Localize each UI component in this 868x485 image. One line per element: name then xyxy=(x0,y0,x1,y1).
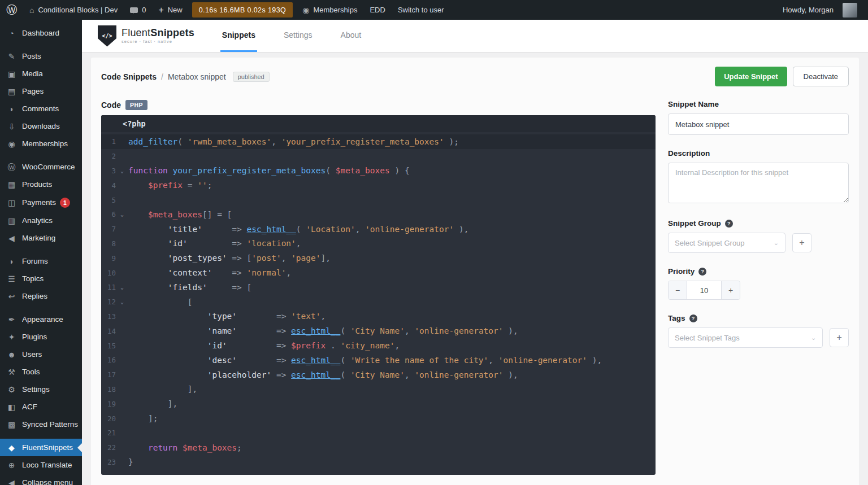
code-line[interactable]: 7 'title' => esc_html__( 'Location', 'on… xyxy=(101,222,656,237)
line-number: 17 xyxy=(101,370,116,379)
sidebar-item-marketing[interactable]: ◀Marketing xyxy=(0,229,82,247)
tab-snippets[interactable]: Snippets xyxy=(220,20,257,52)
sidebar-item-appearance[interactable]: ✒Appearance xyxy=(0,311,82,328)
line-number: 18 xyxy=(101,385,116,394)
performance-badge[interactable]: 0.16s 16.6MB 0.02s 193Q xyxy=(192,2,293,18)
code-line[interactable]: 12⌄ [ xyxy=(101,295,656,309)
sidebar-item-loco-translate[interactable]: ⊕Loco Translate xyxy=(0,456,82,474)
add-snippet-group-button[interactable]: + xyxy=(792,233,811,252)
code-line[interactable]: 19 ], xyxy=(101,396,656,411)
tags-select[interactable]: Select Snippet Tags ⌄ xyxy=(668,327,823,348)
code-line[interactable]: 2 xyxy=(101,149,656,164)
tab-settings[interactable]: Settings xyxy=(282,20,314,52)
deactivate-button[interactable]: Deactivate xyxy=(793,67,849,86)
tags-label: Tags ? xyxy=(668,314,849,322)
menu-separator xyxy=(0,152,82,158)
priority-decrease-button[interactable]: − xyxy=(669,281,687,299)
sidebar-item-settings[interactable]: ⚙Settings xyxy=(0,381,82,398)
code-line[interactable]: 11⌄ 'fields' => [ xyxy=(101,280,656,295)
sidebar-item-media[interactable]: ▣Media xyxy=(0,65,82,82)
code-line[interactable]: 18 ], xyxy=(101,382,656,397)
tags-info-icon[interactable]: ? xyxy=(689,314,697,322)
switch-to-user-link[interactable]: Switch to user xyxy=(392,0,450,20)
edd-link[interactable]: EDD xyxy=(363,0,391,20)
topics-icon: ☰ xyxy=(6,275,17,283)
update-snippet-button[interactable]: Update Snippet xyxy=(715,67,787,86)
code-line[interactable]: 22 return $meta_boxes; xyxy=(101,440,656,455)
code-section-label: Code xyxy=(101,101,121,110)
code-line[interactable]: 17 'placeholder' => esc_html__( 'City Na… xyxy=(101,368,656,382)
tab-about[interactable]: About xyxy=(339,20,363,52)
comments-bubble-icon xyxy=(130,7,138,13)
code-line[interactable]: 3⌄function your_prefix_register_meta_box… xyxy=(101,164,656,178)
fold-arrow-icon[interactable]: ⌄ xyxy=(116,299,128,305)
sidebar-item-comments[interactable]: ◗Comments xyxy=(0,100,82,117)
snippet-group-info-icon[interactable]: ? xyxy=(725,220,733,228)
users-icon: ☻ xyxy=(6,351,17,359)
sidebar-item-fluentsnippets[interactable]: ◆FluentSnippets xyxy=(0,439,82,456)
breadcrumb-code-snippets-link[interactable]: Code Snippets xyxy=(101,72,157,81)
site-name-link[interactable]: ⌂ Conditional Blocks | Dev xyxy=(23,0,124,20)
sidebar-item-memberships[interactable]: ◉Memberships xyxy=(0,135,82,152)
shield-logo-icon: </> xyxy=(98,25,116,47)
description-textarea[interactable] xyxy=(668,163,849,203)
fold-arrow-icon[interactable]: ⌄ xyxy=(116,211,128,217)
snippet-name-label: Snippet Name xyxy=(668,100,849,108)
editor-columns: Code PHP <?php 1add_filter( 'rwmb_meta_b… xyxy=(101,100,849,485)
wp-logo-menu[interactable]: Ⓦ xyxy=(0,0,23,20)
line-number: 10 xyxy=(101,269,116,277)
code-line[interactable]: 21 xyxy=(101,426,656,440)
code-line[interactable]: 9 'post_types' => ['post', 'page'], xyxy=(101,251,656,265)
sidebar-item-collapse-menu[interactable]: ◀Collapse menu xyxy=(0,474,82,485)
code-line[interactable]: 23} xyxy=(101,455,656,470)
code-line[interactable]: 8 'id' => 'location', xyxy=(101,237,656,251)
comments-link[interactable]: 0 xyxy=(124,0,152,20)
code-text: function your_prefix_register_meta_boxes… xyxy=(128,166,410,175)
sidebar-item-plugins[interactable]: ✦Plugins xyxy=(0,328,82,346)
code-line[interactable]: 6⌄ $meta_boxes[] = [ xyxy=(101,207,656,222)
home-icon: ⌂ xyxy=(29,6,34,14)
code-editor[interactable]: <?php 1add_filter( 'rwmb_meta_boxes', 'y… xyxy=(101,115,656,475)
sidebar-item-pages[interactable]: ▤Pages xyxy=(0,82,82,100)
plus-icon: + xyxy=(158,6,163,15)
fluentsnippets-logo: </> FluentSnippets secure · fast · nativ… xyxy=(98,25,194,47)
sidebar-item-replies[interactable]: ↩Replies xyxy=(0,287,82,305)
code-line[interactable]: 4 $prefix = ''; xyxy=(101,178,656,193)
code-line[interactable]: 10 'context' => 'normal', xyxy=(101,265,656,280)
sidebar: ◔Dashboard✎Posts▣Media▤Pages◗Comments⇩Do… xyxy=(0,20,82,485)
priority-value[interactable]: 10 xyxy=(687,281,721,299)
priority-info-icon[interactable]: ? xyxy=(698,268,706,276)
sidebar-item-woocommerce[interactable]: ⓌWooCommerce xyxy=(0,158,82,176)
priority-field: Priority ? − 10 + xyxy=(668,267,849,300)
sidebar-item-payments[interactable]: ◫Payments1 xyxy=(0,193,82,212)
sidebar-item-topics[interactable]: ☰Topics xyxy=(0,270,82,287)
fold-arrow-icon[interactable]: ⌄ xyxy=(116,168,128,174)
code-line[interactable]: 20 ]; xyxy=(101,411,656,426)
wordmark: FluentSnippets xyxy=(121,28,194,39)
fold-arrow-icon[interactable]: ⌄ xyxy=(116,284,128,290)
code-line[interactable]: 15 'id' => $prefix . 'city_name', xyxy=(101,338,656,353)
code-line[interactable]: 1add_filter( 'rwmb_meta_boxes', 'your_pr… xyxy=(101,134,656,149)
sidebar-item-users[interactable]: ☻Users xyxy=(0,346,82,363)
sidebar-item-posts[interactable]: ✎Posts xyxy=(0,47,82,65)
howdy-account-link[interactable]: Howdy, Morgan xyxy=(776,3,863,18)
code-line[interactable]: 16 'desc' => esc_html__( 'Write the name… xyxy=(101,353,656,368)
new-content-link[interactable]: + New xyxy=(152,0,188,20)
line-number: 6 xyxy=(101,210,116,219)
sidebar-item-forums[interactable]: ◗Forums xyxy=(0,252,82,270)
code-line[interactable]: 14 'name' => esc_html__( 'City Name', 'o… xyxy=(101,324,656,338)
sidebar-item-products[interactable]: ▦Products xyxy=(0,176,82,193)
sidebar-item-dashboard[interactable]: ◔Dashboard xyxy=(0,24,82,42)
snippet-name-input[interactable] xyxy=(668,113,849,135)
snippet-group-select[interactable]: Select Snippet Group ⌄ xyxy=(668,233,785,253)
sidebar-item-synced-patterns[interactable]: ▩Synced Patterns xyxy=(0,416,82,433)
sidebar-item-acf[interactable]: ◧ACF xyxy=(0,398,82,416)
priority-increase-button[interactable]: + xyxy=(721,281,740,299)
sidebar-item-downloads[interactable]: ⇩Downloads xyxy=(0,117,82,135)
memberships-link[interactable]: ◉ Memberships xyxy=(296,0,363,20)
code-line[interactable]: 5 xyxy=(101,193,656,207)
code-line[interactable]: 13 'type' => 'text', xyxy=(101,309,656,324)
sidebar-item-tools[interactable]: ⚒Tools xyxy=(0,363,82,381)
sidebar-item-analytics[interactable]: ▥Analytics xyxy=(0,212,82,229)
add-tag-button[interactable]: + xyxy=(830,328,849,347)
